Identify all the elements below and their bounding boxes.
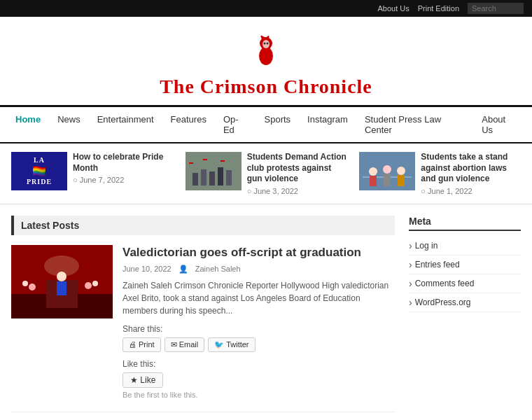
featured-thumb-3 — [359, 152, 415, 190]
twitter-icon: 🐦 — [214, 340, 224, 349]
nav-item-features[interactable]: Features — [162, 107, 215, 142]
sidebar: Meta Log in Entries feed Comments feed W… — [409, 216, 521, 420]
twitter-button[interactable]: 🐦 Twitter — [208, 337, 255, 352]
svg-point-17 — [369, 167, 377, 176]
top-bar-print[interactable]: Print Edition — [418, 4, 459, 13]
nav-item-splc[interactable]: Student Press Law Center — [356, 107, 473, 142]
svg-rect-7 — [192, 173, 198, 186]
svg-point-19 — [397, 167, 405, 175]
top-bar-about[interactable]: About Us — [377, 4, 409, 13]
meta-link-wordpress[interactable]: WordPress.org — [409, 293, 521, 312]
post-thumb-1 — [11, 245, 113, 318]
svg-point-28 — [29, 284, 36, 290]
svg-rect-11 — [226, 170, 232, 186]
like-button-label: Like — [140, 375, 155, 385]
svg-rect-21 — [384, 174, 391, 186]
featured-thumb-2 — [186, 152, 241, 190]
featured-date-3: June 1, 2022 — [421, 187, 521, 195]
featured-item-3[interactable]: Students take a stand against abortion l… — [359, 152, 521, 195]
svg-rect-9 — [209, 172, 215, 186]
content-area: Latest Posts — [11, 216, 395, 420]
svg-rect-10 — [218, 167, 223, 186]
post-author-1: Zaineh Saleh — [195, 265, 241, 273]
like-note: Be the first to like this. — [122, 391, 395, 399]
featured-text-1: How to celebrate Pride Month June 7, 202… — [73, 152, 173, 184]
post-meta-1: June 10, 2022 👤 Zaineh Saleh — [122, 265, 395, 274]
like-star-icon: ★ — [130, 375, 138, 385]
featured-item-2[interactable]: Students Demand Action club protests aga… — [186, 152, 347, 195]
featured-strip: LA🏳️‍🌈PRIDE How to celebrate Pride Month… — [0, 144, 532, 204]
svg-point-29 — [85, 282, 92, 289]
svg-point-32 — [44, 255, 79, 276]
svg-point-3 — [262, 40, 270, 48]
top-bar-search-input[interactable] — [468, 3, 524, 14]
post-date-1: June 10, 2022 — [122, 265, 172, 273]
twitter-label: Twitter — [226, 340, 248, 349]
svg-rect-20 — [370, 176, 377, 186]
latest-posts-heading: Latest Posts — [11, 216, 395, 235]
nav-item-sports[interactable]: Sports — [256, 107, 300, 142]
email-icon: ✉ — [171, 340, 177, 349]
nav-item-entertainment[interactable]: Entertainment — [89, 107, 162, 142]
site-title: The Crimson Chronicle — [0, 76, 532, 98]
post-item-1: Valedictorian goes off-script at graduat… — [11, 245, 395, 412]
svg-rect-22 — [398, 175, 405, 186]
post-excerpt-1: Zaineh Saleh Crimson Chronicle Reporter … — [122, 279, 395, 317]
meta-title: Meta — [409, 216, 521, 231]
post-body-1: Valedictorian goes off-script at graduat… — [122, 245, 395, 399]
site-logo — [245, 29, 287, 71]
email-label: Email — [179, 340, 199, 349]
nav-item-news[interactable]: News — [49, 107, 89, 142]
svg-point-18 — [383, 165, 391, 174]
meta-links: Log in Entries feed Comments feed WordPr… — [409, 237, 521, 312]
svg-rect-8 — [201, 169, 206, 186]
svg-rect-14 — [220, 160, 225, 162]
svg-point-30 — [22, 281, 28, 286]
print-icon: 🖨 — [129, 340, 136, 349]
svg-rect-27 — [57, 281, 66, 295]
nav-item-oped[interactable]: Op-Ed — [215, 107, 256, 142]
main-nav: Home News Entertainment Features Op-Ed S… — [0, 107, 532, 144]
featured-item-1[interactable]: LA🏳️‍🌈PRIDE How to celebrate Pride Month… — [11, 152, 173, 195]
top-bar: About Us Print Edition — [0, 0, 532, 17]
share-buttons: 🖨 Print ✉ Email 🐦 Twitter — [122, 337, 395, 352]
svg-rect-13 — [203, 159, 207, 160]
print-label: Print — [139, 340, 155, 349]
svg-point-5 — [267, 43, 269, 45]
meta-section: Meta Log in Entries feed Comments feed W… — [409, 216, 521, 312]
meta-link-comments[interactable]: Comments feed — [409, 274, 521, 293]
featured-title-3[interactable]: Students take a stand against abortion l… — [421, 152, 521, 185]
post-author-icon: 👤 — [178, 265, 188, 274]
site-header: The Crimson Chronicle — [0, 17, 532, 107]
featured-date-2: June 3, 2022 — [247, 187, 347, 195]
share-label: Share this: — [122, 324, 395, 334]
share-section: Share this: 🖨 Print ✉ Email 🐦 Twitter — [122, 324, 395, 352]
print-button[interactable]: 🖨 Print — [122, 337, 161, 352]
like-button[interactable]: ★ Like — [122, 372, 163, 388]
featured-date-1: June 7, 2022 — [73, 176, 173, 184]
featured-thumb-1: LA🏳️‍🌈PRIDE — [11, 152, 67, 190]
featured-title-1[interactable]: How to celebrate Pride Month — [73, 152, 173, 174]
like-label: Like this: — [122, 359, 395, 369]
nav-item-instagram[interactable]: Instagram — [299, 107, 356, 142]
meta-link-login[interactable]: Log in — [409, 237, 521, 255]
post-title-1[interactable]: Valedictorian goes off-script at graduat… — [122, 245, 395, 260]
meta-link-entries[interactable]: Entries feed — [409, 255, 521, 274]
featured-title-2[interactable]: Students Demand Action club protests aga… — [247, 152, 347, 185]
svg-point-4 — [264, 43, 266, 45]
email-button[interactable]: ✉ Email — [164, 337, 205, 352]
nav-item-home[interactable]: Home — [7, 107, 49, 142]
featured-text-3: Students take a stand against abortion l… — [421, 152, 521, 195]
svg-point-31 — [92, 281, 98, 286]
svg-rect-12 — [189, 162, 193, 164]
like-section: Like this: ★ Like Be the first to like t… — [122, 359, 395, 399]
nav-item-about[interactable]: About Us — [473, 107, 525, 142]
main-wrapper: Latest Posts — [0, 204, 532, 420]
featured-text-2: Students Demand Action club protests aga… — [247, 152, 347, 195]
